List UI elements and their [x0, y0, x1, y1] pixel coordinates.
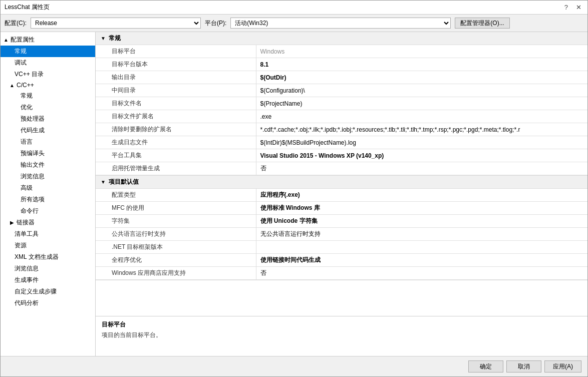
sidebar-item-cpp-advanced[interactable]: 高级	[1, 182, 95, 194]
prop-table-project-defaults: 配置类型 应用程序(.exe) MFC 的使用 使用标准 Windows 库 字…	[96, 189, 587, 280]
prop-value: $(Configuration)\	[256, 84, 587, 97]
sidebar-item-build-events[interactable]: 生成事件	[1, 274, 95, 286]
table-row: Windows 应用商店应用支持 否	[96, 267, 587, 280]
config-manager-button[interactable]: 配置管理器(O)...	[455, 18, 509, 29]
section-header-general[interactable]: ▼ 常规	[96, 32, 587, 45]
prop-name: 目标平台版本	[96, 58, 256, 71]
prop-name: 公共语言运行时支持	[96, 228, 256, 241]
prop-value: 否	[256, 267, 587, 280]
table-row: 字符集 使用 Unicode 字符集	[96, 215, 587, 228]
bottom-panel: 目标平台 项目的当前目标平台。	[96, 316, 587, 356]
sidebar-item-cpp-optimize[interactable]: 优化	[1, 102, 95, 113]
expand-icon-cpp: ▲	[9, 83, 16, 88]
section-header-project-defaults[interactable]: ▼ 项目默认值	[96, 176, 587, 189]
title-bar-controls: ? ✕	[562, 4, 583, 11]
prop-value: 无公共语言运行时支持	[256, 228, 587, 241]
sidebar-item-browse-info[interactable]: 浏览信息	[1, 263, 95, 274]
close-button[interactable]: ✕	[574, 4, 583, 11]
prop-value: 使用标准 Windows 库	[256, 202, 587, 215]
main-content: ▲ 配置属性 常规 调试 VC++ 目录 ▲ C/C++ 常规 优化 预处理器 …	[1, 32, 587, 356]
sidebar-item-resources[interactable]: 资源	[1, 240, 95, 251]
prop-value: 使用链接时间代码生成	[256, 254, 587, 267]
prop-value: Windows	[256, 45, 587, 58]
table-row: .NET 目标框架版本	[96, 241, 587, 254]
prop-value: $(IntDir)$(MSBuildProjectName).log	[256, 136, 587, 149]
prop-name: 目标平台	[96, 45, 256, 58]
table-row: 启用托管增量生成 否	[96, 162, 587, 175]
prop-name: 启用托管增量生成	[96, 162, 256, 175]
window-title: LessChat 属性页	[5, 3, 50, 12]
sidebar-group-linker[interactable]: ▶ 链接器	[1, 217, 95, 228]
prop-name: 生成日志文件	[96, 136, 256, 149]
ok-button[interactable]: 确定	[468, 360, 503, 372]
prop-name: Windows 应用商店应用支持	[96, 267, 256, 280]
prop-value: Visual Studio 2015 - Windows XP (v140_xp…	[256, 149, 587, 162]
sidebar-group-label-linker: 链接器	[17, 218, 35, 227]
section-project-defaults: ▼ 项目默认值 配置类型 应用程序(.exe) MFC 的使用 使用标准 Win…	[96, 176, 587, 280]
section-general: ▼ 常规 目标平台 Windows 目标平台版本 8.1	[96, 32, 587, 176]
prop-value: *.cdf;*.cache;*.obj;*.ilk;*.ipdb;*.iobj;…	[256, 123, 587, 136]
sidebar-item-cpp-all[interactable]: 所有选项	[1, 194, 95, 205]
prop-value: 否	[256, 162, 587, 175]
sidebar-item-cpp-browse[interactable]: 浏览信息	[1, 171, 95, 182]
table-row: 目标平台版本 8.1	[96, 58, 587, 71]
config-select[interactable]: Release	[31, 18, 201, 29]
prop-name: 字符集	[96, 215, 256, 228]
toolbar: 配置(C): Release 平台(P): 活动(Win32) 配置管理器(O)…	[1, 15, 587, 32]
prop-value: $(ProjectName)	[256, 97, 587, 110]
table-row: 全程序优化 使用链接时间代码生成	[96, 254, 587, 267]
sidebar-group-config-props[interactable]: ▲ 配置属性	[1, 34, 95, 46]
sidebar-item-general[interactable]: 常规	[1, 46, 95, 57]
table-row: 输出目录 $(OutDir)	[96, 71, 587, 84]
bottom-panel-title: 目标平台	[102, 320, 581, 329]
cancel-button[interactable]: 取消	[506, 360, 541, 372]
sidebar-item-cpp-preproc[interactable]: 预处理器	[1, 113, 95, 125]
prop-value: .exe	[256, 110, 587, 123]
table-row: 公共语言运行时支持 无公共语言运行时支持	[96, 228, 587, 241]
title-bar: LessChat 属性页 ? ✕	[1, 1, 587, 15]
sidebar-item-cpp-precompiled[interactable]: 预编译头	[1, 148, 95, 159]
sidebar-item-code-analysis[interactable]: 代码分析	[1, 297, 95, 309]
expand-icon-project-defaults: ▼	[100, 179, 107, 185]
apply-button[interactable]: 应用(A)	[544, 360, 581, 372]
expand-icon-general: ▼	[100, 36, 107, 41]
table-row: MFC 的使用 使用标准 Windows 库	[96, 202, 587, 215]
help-button[interactable]: ?	[562, 4, 570, 11]
footer: 确定 取消 应用(A)	[1, 356, 587, 376]
expand-icon-config-props: ▲	[3, 37, 10, 43]
sidebar-item-cpp-general[interactable]: 常规	[1, 90, 95, 102]
bottom-panel-description: 项目的当前目标平台。	[102, 331, 581, 339]
table-row: 目标文件扩展名 .exe	[96, 110, 587, 123]
prop-name: 平台工具集	[96, 149, 256, 162]
prop-name: .NET 目标框架版本	[96, 241, 256, 254]
section-title-project-defaults: 项目默认值	[109, 178, 139, 186]
sidebar-item-cpp-cmd[interactable]: 命令行	[1, 205, 95, 217]
prop-name: 全程序优化	[96, 254, 256, 267]
platform-label: 平台(P):	[205, 19, 226, 28]
sidebar-item-cpp-codegen[interactable]: 代码生成	[1, 125, 95, 136]
table-row: 平台工具集 Visual Studio 2015 - Windows XP (v…	[96, 149, 587, 162]
sidebar-group-label-config-props: 配置属性	[11, 36, 35, 44]
sidebar-item-custom-build[interactable]: 自定义生成步骤	[1, 286, 95, 297]
prop-value: 使用 Unicode 字符集	[256, 215, 587, 228]
prop-name: 目标文件扩展名	[96, 110, 256, 123]
table-row: 目标文件名 $(ProjectName)	[96, 97, 587, 110]
sidebar-item-debug[interactable]: 调试	[1, 57, 95, 69]
sidebar-group-cpp[interactable]: ▲ C/C++	[1, 80, 95, 90]
sidebar-item-manifest[interactable]: 清单工具	[1, 228, 95, 240]
content-spacer	[96, 280, 587, 316]
prop-name: 中间目录	[96, 84, 256, 97]
prop-value: $(OutDir)	[256, 71, 587, 84]
prop-name: 配置类型	[96, 189, 256, 202]
prop-table-general: 目标平台 Windows 目标平台版本 8.1 输出目录 $(OutDir)	[96, 45, 587, 175]
sidebar-item-vcpp-dirs[interactable]: VC++ 目录	[1, 69, 95, 80]
sidebar: ▲ 配置属性 常规 调试 VC++ 目录 ▲ C/C++ 常规 优化 预处理器 …	[1, 32, 96, 356]
sidebar-item-cpp-lang[interactable]: 语言	[1, 136, 95, 148]
main-window: LessChat 属性页 ? ✕ 配置(C): Release 平台(P): 活…	[0, 0, 588, 377]
config-label: 配置(C):	[5, 19, 27, 28]
sidebar-item-cpp-output[interactable]: 输出文件	[1, 159, 95, 171]
sidebar-item-xml-doc[interactable]: XML 文档生成器	[1, 251, 95, 263]
platform-select[interactable]: 活动(Win32)	[230, 18, 451, 29]
content-area: ▼ 常规 目标平台 Windows 目标平台版本 8.1	[96, 32, 587, 356]
section-title-general: 常规	[109, 34, 121, 43]
